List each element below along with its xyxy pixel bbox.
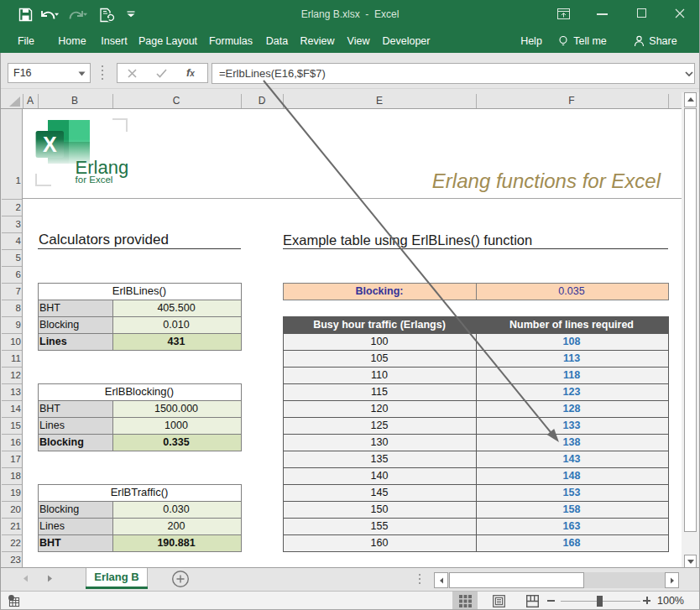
svg-text:for Excel: for Excel	[76, 175, 113, 185]
